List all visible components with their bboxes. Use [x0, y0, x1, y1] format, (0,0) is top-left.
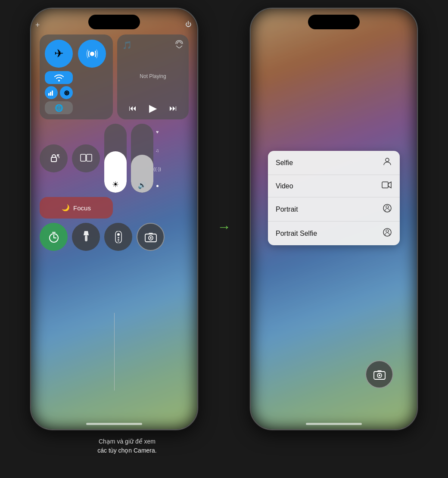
camera-selfie-option[interactable]: Selfie: [268, 151, 400, 175]
svg-rect-19: [382, 182, 388, 188]
orientation-lock-button[interactable]: [40, 144, 68, 172]
callout-line: [114, 313, 115, 391]
home-indicator-right: [306, 423, 362, 425]
svg-rect-2: [50, 92, 51, 96]
svg-rect-3: [52, 91, 53, 96]
home-indicator-left: [86, 423, 142, 425]
svg-point-27: [379, 375, 380, 376]
wifi-button[interactable]: [45, 71, 73, 84]
svg-rect-16: [149, 233, 153, 234]
caption-line2: các tùy chọn Camera.: [97, 447, 156, 454]
volume-icon: 🔊: [138, 181, 146, 189]
svg-rect-11: [118, 237, 119, 238]
control-center: ✈: [40, 34, 189, 251]
globe-button[interactable]: 🌐: [45, 101, 73, 114]
dynamic-island-left: [88, 15, 140, 29]
media-title: Not Playing: [122, 73, 184, 79]
portrait-label: Portrait: [276, 206, 298, 213]
camera-button[interactable]: [137, 223, 165, 251]
sliders-area: ♥ ♫ ((·)) ☀ 🔊: [104, 124, 153, 193]
svg-rect-13: [118, 241, 119, 241]
caption-area: Chạm và giữ để xem các tùy chọn Camera.: [0, 433, 448, 455]
flashlight-button[interactable]: [72, 223, 100, 251]
svg-point-10: [117, 233, 120, 236]
video-icon: [382, 181, 392, 191]
svg-rect-6: [87, 154, 92, 161]
media-controls: ⏮ ▶ ⏭: [122, 102, 184, 114]
focus-button[interactable]: 🌙 Focus: [40, 197, 113, 219]
camera-portrait-option[interactable]: Portrait: [268, 197, 400, 222]
svg-rect-1: [48, 93, 50, 96]
media-forward-button[interactable]: ⏭: [169, 104, 177, 113]
svg-rect-4: [51, 157, 56, 162]
signal-wave-icon: ((·)): [153, 166, 161, 172]
airplay-icon[interactable]: [175, 40, 184, 50]
camera-video-option[interactable]: Video: [268, 175, 400, 197]
plus-button[interactable]: +: [35, 21, 40, 30]
arrow-icon: →: [217, 219, 231, 235]
signal-button[interactable]: [45, 86, 58, 99]
svg-point-23: [386, 230, 389, 232]
media-top: 🎵: [122, 40, 184, 50]
bluetooth-button[interactable]: ⊛: [60, 86, 73, 99]
phone-right: Selfie Video Portrait: [250, 8, 418, 430]
svg-point-17: [150, 237, 152, 239]
svg-point-21: [386, 206, 389, 208]
heart-icon: ♥: [156, 129, 159, 134]
portrait-selfie-icon: [383, 228, 392, 239]
portrait-selfie-label: Portrait Selfie: [276, 230, 317, 237]
svg-rect-26: [377, 370, 382, 372]
arrow-container: →: [211, 8, 237, 235]
brightness-slider[interactable]: ☀: [104, 124, 127, 193]
video-label: Video: [276, 182, 293, 190]
remote-button[interactable]: [104, 223, 132, 251]
phone-left: + ⏻ ✈: [30, 8, 198, 430]
volume-slider[interactable]: 🔊: [131, 124, 153, 193]
moon-icon: 🌙: [62, 204, 70, 212]
selfie-label: Selfie: [276, 159, 293, 167]
music-note-icon: ♫: [156, 148, 159, 153]
caption-spacer: [224, 433, 405, 455]
side-indicators: ♥ ♫ ((·)): [153, 124, 161, 193]
portrait-icon: [383, 203, 392, 215]
svg-rect-12: [118, 239, 119, 240]
screen-mirror-button[interactable]: [72, 144, 100, 172]
focus-row: 🌙 Focus: [40, 197, 189, 219]
caption-text: Chạm và giữ để xem các tùy chọn Camera.: [43, 437, 211, 455]
dot-indicator: [156, 185, 159, 187]
right-camera-button[interactable]: [365, 360, 393, 388]
svg-rect-5: [81, 154, 86, 161]
camera-context-menu: Selfie Video Portrait: [268, 151, 400, 245]
airplane-mode-button[interactable]: ✈: [45, 40, 73, 68]
media-play-button[interactable]: ▶: [149, 102, 157, 114]
cc-bottom-row: [40, 223, 189, 251]
power-button[interactable]: ⏻: [185, 21, 191, 28]
connectivity-block: ✈: [40, 34, 113, 119]
svg-point-18: [386, 158, 389, 162]
media-block: 🎵 Not Playing ⏮ ▶ ⏭: [117, 34, 189, 119]
cc-row2: ♥ ♫ ((·)) ☀ 🔊: [40, 124, 189, 193]
brightness-icon: ☀: [112, 180, 119, 189]
cc-top-row: ✈: [40, 34, 189, 119]
selfie-icon: [383, 157, 392, 169]
dynamic-island-right: [308, 15, 360, 29]
podcast-button[interactable]: [78, 40, 106, 68]
media-rewind-button[interactable]: ⏮: [129, 104, 137, 113]
timer-button[interactable]: [40, 223, 68, 251]
camera-portrait-selfie-option[interactable]: Portrait Selfie: [268, 222, 400, 245]
main-area: + ⏻ ✈: [0, 0, 448, 430]
caption-line1: Chạm và giữ để xem: [99, 438, 156, 445]
svg-rect-8: [85, 235, 87, 241]
focus-label: Focus: [73, 204, 91, 212]
svg-point-0: [90, 52, 94, 56]
music-app-icon: 🎵: [122, 41, 132, 50]
